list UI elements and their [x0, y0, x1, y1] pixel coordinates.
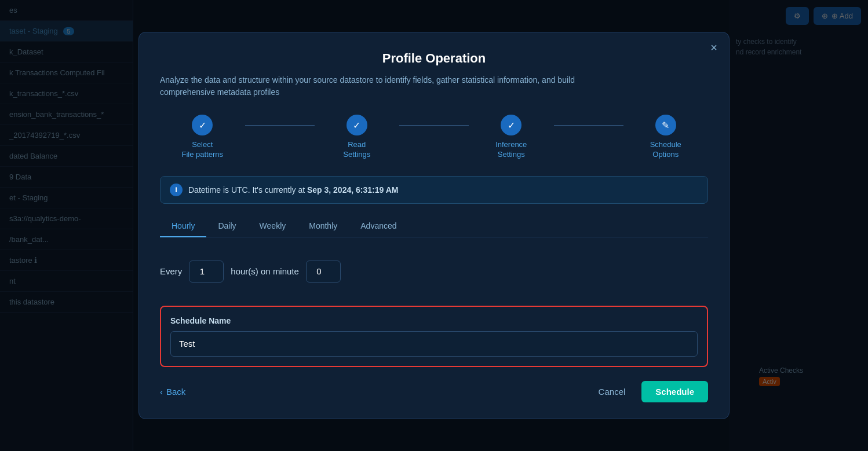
connector-1	[245, 125, 315, 126]
back-label: Back	[166, 387, 185, 397]
step-circle-select: ✓	[192, 115, 213, 135]
step-circle-read: ✓	[347, 115, 367, 135]
every-label: Every	[160, 266, 182, 276]
step-label-inference: InferenceSettings	[495, 140, 527, 160]
step-label-read: ReadSettings	[343, 140, 370, 160]
footer-actions: Cancel Schedule	[589, 381, 708, 402]
schedule-button[interactable]: Schedule	[641, 381, 708, 402]
tab-monthly[interactable]: Monthly	[297, 215, 349, 237]
close-button[interactable]: ×	[710, 42, 717, 53]
schedule-name-section: Schedule Name	[160, 306, 708, 367]
connector-3	[554, 125, 623, 126]
cancel-button[interactable]: Cancel	[589, 382, 635, 401]
info-text: Datetime is UTC. It's currently at Sep 3…	[188, 185, 398, 195]
schedule-name-input[interactable]	[170, 331, 698, 357]
modal-footer: ‹ Back Cancel Schedule	[160, 381, 708, 402]
modal-title: Profile Operation	[160, 51, 708, 66]
tab-daily[interactable]: Daily	[206, 215, 247, 237]
step-schedule: ✎ ScheduleOptions	[623, 115, 709, 160]
info-bar: i Datetime is UTC. It's currently at Sep…	[160, 176, 708, 204]
every-row: Every hour(s) on minute	[160, 261, 708, 283]
step-label-schedule: ScheduleOptions	[650, 140, 681, 160]
stepper: ✓ SelectFile patterns ✓ ReadSettings ✓ I…	[160, 115, 708, 160]
connector-2	[399, 125, 469, 126]
step-select: ✓ SelectFile patterns	[160, 115, 245, 160]
step-circle-inference: ✓	[501, 115, 521, 135]
modal-description: Analyze the data and structure within yo…	[160, 74, 623, 98]
schedule-frequency: Every hour(s) on minute	[160, 251, 708, 292]
modal-overlay: × Profile Operation Analyze the data and…	[0, 0, 868, 451]
step-label-select: SelectFile patterns	[181, 140, 223, 160]
schedule-tabs: Hourly Daily Weekly Monthly Advanced	[160, 215, 708, 237]
step-inference: ✓ InferenceSettings	[469, 115, 554, 160]
every-value-input[interactable]	[189, 261, 224, 283]
datetime-bold: Sep 3, 2024, 6:31:19 AM	[307, 185, 398, 195]
hour-label: hour(s) on minute	[231, 266, 299, 276]
tab-hourly[interactable]: Hourly	[160, 215, 206, 237]
step-read: ✓ ReadSettings	[315, 115, 400, 160]
back-button[interactable]: ‹ Back	[160, 387, 185, 397]
schedule-name-label: Schedule Name	[170, 316, 698, 325]
info-icon: i	[170, 184, 183, 196]
tab-weekly[interactable]: Weekly	[248, 215, 298, 237]
minute-value-input[interactable]	[306, 261, 341, 283]
modal-container: × Profile Operation Analyze the data and…	[138, 32, 730, 419]
step-circle-schedule: ✎	[655, 115, 676, 135]
tab-advanced[interactable]: Advanced	[349, 215, 408, 237]
back-chevron-icon: ‹	[160, 387, 163, 397]
